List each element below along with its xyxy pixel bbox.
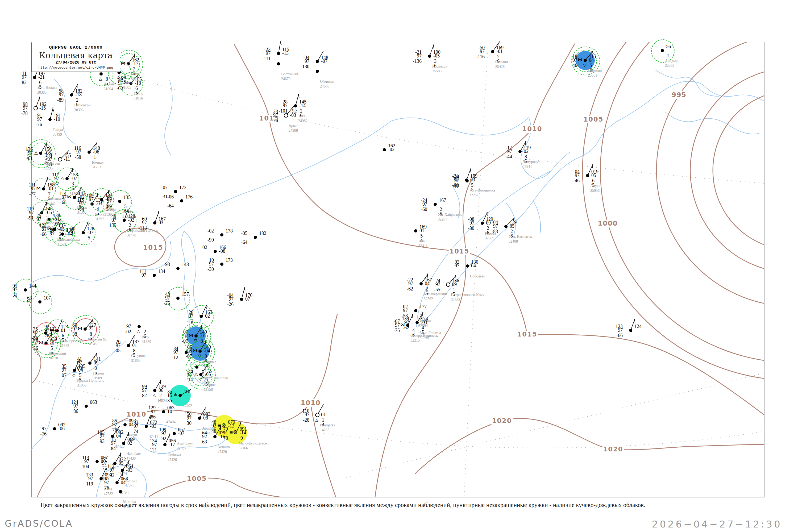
station-circle-filled [137, 325, 141, 328]
station-name: Urakawa47426 [168, 453, 181, 462]
pressure-tendency-value: -01 [496, 49, 503, 54]
station-circle-filled [214, 250, 217, 253]
station-name: Агзу31825 [142, 335, 151, 344]
station-name: Восточная24679 [281, 72, 298, 81]
pressure-tendency-value: -07 [87, 230, 93, 235]
dewpoint-value: -101 [279, 109, 288, 113]
cloud-type-icon: ▽ [199, 377, 202, 382]
weather-map-page: 1015101510151015101010101010100510051000… [0, 0, 798, 532]
dewpoint-value: 119 [86, 481, 93, 486]
station-circle-filled [61, 232, 64, 236]
temperature-value: -07 [161, 185, 168, 190]
dewpoint-value: -83 [492, 229, 498, 234]
visibility-value: 97 [73, 403, 78, 408]
station-circle-filled [84, 404, 88, 408]
dewpoint-value: -25 [164, 301, 170, 306]
visibility-value: 97 [62, 195, 66, 200]
station-name: Hakodate47430 [126, 451, 141, 461]
dewpoint-value: 33 [72, 332, 77, 337]
visibility-value: 97 [422, 202, 427, 206]
station-circle-open [446, 283, 450, 287]
source-url[interactable]: http://meteocenter.net/circ/UHPP.png [32, 66, 120, 70]
weather-symbol-icon: △ [194, 371, 198, 376]
visibility-value: 15 [167, 393, 172, 398]
dewpoint-value: 76 [104, 486, 109, 490]
dewpoint-value: -02 [125, 329, 131, 334]
station-circle-filled [434, 203, 437, 206]
visibility-value: 97 [88, 476, 93, 481]
visibility-value: 97 [112, 422, 117, 427]
station-circle-filled [174, 190, 177, 193]
visibility-value: 97 [408, 281, 413, 286]
station-circle-filled [115, 481, 119, 484]
visibility-value: 92 [202, 434, 207, 439]
pressure-tendency-value: -02 [388, 147, 395, 152]
dewpoint-value: 86 [73, 409, 78, 414]
pressure-tendency-value: -03 [150, 424, 156, 429]
pressure-value: 107 [44, 296, 51, 300]
pressure-tendency-value: -18 [75, 92, 82, 97]
pressure-value: 182 [259, 231, 266, 236]
station-circle-filled [88, 151, 91, 154]
bulletin-id: QHPP98 UAOL 270900 [32, 45, 120, 50]
cloud-type-icon: △ [117, 75, 120, 79]
station-circle-filled [277, 52, 280, 55]
visibility-value: 97 [266, 51, 270, 56]
visibility-value: 97 [470, 221, 474, 225]
station-circle-filled [194, 334, 198, 338]
dewpoint-value: 104 [82, 464, 89, 469]
visibility-value: 97 [142, 388, 147, 393]
station-circle-filled [481, 222, 484, 225]
visibility-value: 97 [417, 54, 422, 58]
pressure-value: 063 [90, 400, 97, 404]
pressure-value: 173 [226, 258, 233, 263]
cloud-amount-value: 1 [667, 53, 669, 58]
station-name: Puntijarka14235 [320, 423, 336, 433]
dewpoint-value: -30 [208, 267, 214, 271]
pressure-value: 157 [182, 292, 189, 297]
visibility-value: 95 [187, 348, 192, 353]
station-name: Красный Яр31945 [88, 337, 107, 347]
cloud-amount-value: 9 [241, 436, 243, 440]
visibility-value: 97 [54, 176, 59, 181]
visibility-value: 97 [142, 220, 147, 225]
dewpoint-value: -26 [227, 302, 233, 307]
visibility-value: 97 [104, 480, 109, 485]
station-name: 14324 [157, 398, 167, 403]
dewpoint-value: -60 [421, 207, 427, 212]
visibility-value: 97 [173, 350, 178, 355]
station-circle-filled [213, 435, 216, 438]
station-name: Уст-Хайрюзово32287 [438, 212, 462, 222]
cloud-type-icon: ▽ [583, 63, 586, 68]
pressure-tendency-value: 01 [61, 328, 66, 333]
station-name: Бысса31397 [95, 212, 104, 222]
visibility-value: 97 [13, 287, 17, 292]
station-circle-filled [127, 344, 130, 347]
dewpoint-value: -136 [413, 59, 422, 63]
dewpoint-value: 84 [111, 446, 116, 451]
station-circle-filled [119, 490, 122, 493]
dewpoint-value: 92 [162, 436, 166, 441]
station-circle-filled [466, 264, 469, 268]
station-circle-filled [629, 329, 632, 332]
dewpoint-value: -84 [78, 207, 84, 211]
dewpoint-value: -76 [40, 432, 46, 436]
visibility-value: 97 [72, 326, 77, 331]
dewpoint-value: -62 [407, 286, 413, 291]
pressure-tendency-value: -11 [64, 157, 70, 162]
station-circle-filled [414, 309, 417, 312]
visibility-value: 97 [23, 106, 28, 110]
dewpoint-value: 35 [167, 398, 172, 403]
visibility-value: 92 [211, 423, 216, 428]
dewpoint-value: -64 [241, 240, 247, 245]
visibility-value: 97 [76, 150, 81, 154]
cloud-amount-value: 5 [88, 235, 90, 240]
visibility-value: 97 [110, 468, 114, 472]
dewpoint-value: 78 [223, 436, 228, 440]
visibility-value: 97 [493, 224, 498, 228]
pressure-value: 177 [419, 304, 427, 309]
station-circle-filled [53, 427, 56, 431]
station-circle-filled [414, 229, 417, 232]
pressure-tendency-value: -05 [205, 372, 211, 377]
station-name: Южное32158 [204, 382, 215, 392]
